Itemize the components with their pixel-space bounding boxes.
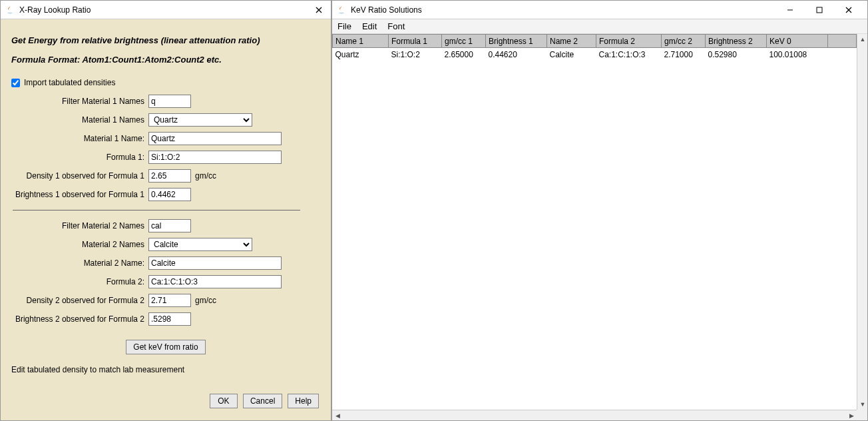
menu-font[interactable]: Font: [387, 21, 405, 31]
material2-name-input[interactable]: [148, 256, 282, 270]
xray-lookup-dialog: X-Ray Lookup Ratio Get Energy from relat…: [0, 0, 331, 421]
brightness1-input[interactable]: [148, 188, 191, 201]
table-header-row: Name 1 Formula 1 gm/cc 1 Brightness 1 Na…: [333, 35, 857, 48]
filter-material2-input[interactable]: [148, 219, 191, 232]
window-title-left: X-Ray Lookup Ratio: [19, 5, 311, 15]
menu-edit[interactable]: Edit: [362, 21, 377, 31]
cell-brightness1: 0.44620: [486, 48, 547, 61]
dialog-buttons: OK Cancel Help: [7, 384, 324, 414]
col-brightness1[interactable]: Brightness 1: [486, 35, 547, 48]
label-name2: Material 2 Name:: [7, 258, 148, 268]
scroll-down-icon: ▼: [857, 399, 867, 410]
close-button-left[interactable]: [311, 1, 327, 19]
label-density1: Density 1 observed for Formula 1: [7, 171, 148, 181]
help-button[interactable]: Help: [288, 394, 319, 408]
material2-form: Filter Material 2 Names Material 2 Names…: [7, 218, 324, 326]
import-densities-checkbox[interactable]: [11, 79, 20, 87]
density2-input[interactable]: [148, 294, 191, 307]
material2-names-select[interactable]: Calcite: [148, 238, 252, 251]
close-icon: [845, 7, 852, 13]
label-formula2: Formula 2:: [7, 277, 148, 286]
dialog-body: Get Energy from relative brightness (lin…: [1, 19, 331, 420]
java-icon: [336, 5, 347, 15]
col-kev0[interactable]: KeV 0: [767, 35, 828, 48]
material1-name-input[interactable]: [148, 132, 282, 145]
label-filter1: Filter Material 1 Names: [7, 97, 148, 106]
density1-input[interactable]: [148, 169, 191, 183]
unit-gmcc-1: gm/cc: [195, 171, 216, 181]
col-spacer[interactable]: [828, 35, 857, 48]
maximize-button[interactable]: [805, 1, 834, 19]
heading-format: Formula Format: Atom1:Count1:Atom2:Count…: [11, 55, 320, 65]
formula2-input[interactable]: [148, 275, 282, 288]
label-names2: Material 2 Names: [7, 240, 148, 249]
material1-names-select[interactable]: Quartz: [148, 113, 252, 127]
vertical-scrollbar[interactable]: ▲ ▼: [857, 34, 867, 410]
maximize-icon: [816, 7, 823, 13]
unit-gmcc-2: gm/cc: [195, 296, 216, 305]
col-gmcc1[interactable]: gm/cc 1: [442, 35, 486, 48]
material1-form: Filter Material 1 Names Material 1 Names…: [7, 94, 324, 202]
label-names1: Material 1 Names: [7, 115, 148, 125]
svg-rect-0: [817, 7, 822, 13]
ok-button[interactable]: OK: [210, 394, 238, 408]
cell-formula1: Si:1:O:2: [389, 48, 442, 61]
label-filter2: Filter Material 2 Names: [7, 221, 148, 230]
kev-solutions-window: KeV Ratio Solutions File Edit Font: [331, 0, 868, 421]
cancel-button[interactable]: Cancel: [243, 394, 282, 408]
cell-spacer: [828, 48, 857, 61]
minimize-button[interactable]: [775, 1, 805, 19]
table-row[interactable]: Quartz Si:1:O:2 2.65000 0.44620 Calcite …: [333, 48, 857, 61]
horizontal-scrollbar[interactable]: ◀ ▶: [332, 410, 857, 420]
cell-name1: Quartz: [333, 48, 389, 61]
formula1-input[interactable]: [148, 151, 282, 164]
menubar: File Edit Font: [332, 19, 867, 34]
cell-name2: Calcite: [547, 48, 596, 61]
col-brightness2[interactable]: Brightness 2: [706, 35, 767, 48]
footer-note: Edit tabulated density to match lab meas…: [11, 365, 320, 374]
filter-material1-input[interactable]: [148, 95, 191, 108]
import-densities-label: Import tabulated densities: [24, 78, 115, 87]
label-brightness1: Brightness 1 observed for Formula 1: [7, 190, 148, 199]
label-density2: Density 2 observed for Formula 2: [7, 296, 148, 305]
java-icon: [5, 5, 15, 15]
cell-kev0: 100.01008: [767, 48, 828, 61]
get-kev-button[interactable]: Get keV from ratio: [126, 340, 205, 354]
col-name1[interactable]: Name 1: [333, 35, 389, 48]
label-formula1: Formula 1:: [7, 153, 148, 162]
col-formula1[interactable]: Formula 1: [389, 35, 442, 48]
heading-energy: Get Energy from relative brightness (lin…: [11, 35, 320, 45]
separator: [13, 210, 300, 210]
minimize-icon: [787, 7, 793, 13]
col-formula2[interactable]: Formula 2: [596, 35, 662, 48]
scroll-up-icon: ▲: [857, 34, 867, 45]
cell-formula2: Ca:1:C:1:O:3: [596, 48, 662, 61]
close-button-right[interactable]: [834, 1, 863, 19]
col-gmcc2[interactable]: gm/cc 2: [662, 35, 706, 48]
col-name2[interactable]: Name 2: [547, 35, 596, 48]
cell-brightness2: 0.52980: [706, 48, 767, 61]
titlebar-left: X-Ray Lookup Ratio: [1, 1, 331, 19]
table-container: Name 1 Formula 1 gm/cc 1 Brightness 1 Na…: [332, 34, 867, 420]
label-name1: Material 1 Name:: [7, 134, 148, 143]
results-table: Name 1 Formula 1 gm/cc 1 Brightness 1 Na…: [332, 34, 857, 61]
window-title-right: KeV Ratio Solutions: [351, 5, 775, 15]
cell-gmcc2: 2.71000: [662, 48, 706, 61]
scroll-right-icon: ▶: [846, 410, 857, 420]
scroll-left-icon: ◀: [332, 410, 343, 420]
close-icon: [316, 7, 322, 13]
menu-file[interactable]: File: [337, 21, 351, 31]
titlebar-right: KeV Ratio Solutions: [332, 1, 867, 19]
brightness2-input[interactable]: [148, 312, 191, 326]
cell-gmcc1: 2.65000: [442, 48, 486, 61]
scroll-corner: [857, 410, 867, 420]
label-brightness2: Brightness 2 observed for Formula 2: [7, 314, 148, 324]
